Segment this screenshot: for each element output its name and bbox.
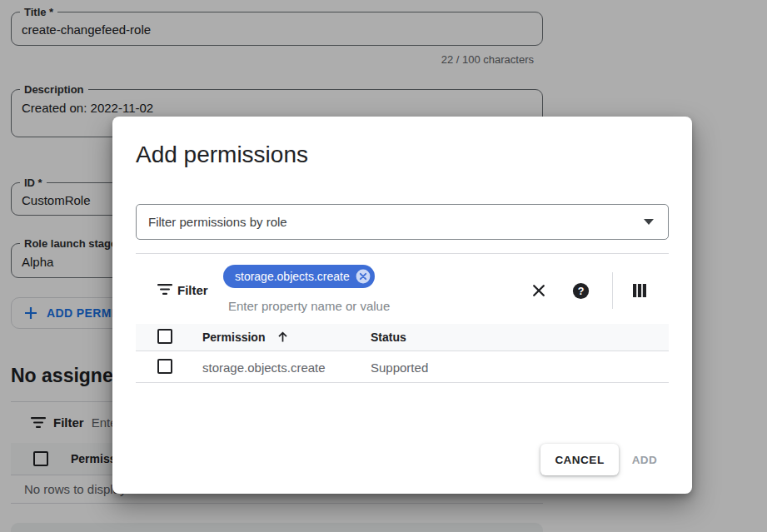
filter-icon [157, 283, 172, 296]
filter-permissions-by-role-select[interactable]: Filter permissions by role [136, 204, 669, 240]
svg-text:?: ? [577, 286, 584, 297]
filter-chip[interactable]: storage.objects.create [223, 265, 375, 288]
chip-remove-icon[interactable] [356, 269, 371, 284]
dialog-table-header: Permission Status [136, 324, 669, 351]
add-button[interactable]: ADD [620, 444, 669, 475]
divider [136, 253, 669, 254]
permission-column-header[interactable]: Permission [202, 331, 265, 344]
dialog-title: Add permissions [136, 142, 308, 168]
chevron-down-icon [644, 219, 654, 225]
add-permissions-dialog: Add permissions Filter permissions by ro… [112, 117, 692, 494]
cancel-button[interactable]: CANCEL [540, 444, 619, 475]
help-icon[interactable]: ? [570, 281, 590, 301]
row-checkbox[interactable] [157, 359, 172, 374]
role-select-placeholder: Filter permissions by role [148, 215, 644, 229]
divider [612, 272, 613, 309]
dialog-filter-label: Filter [177, 283, 208, 297]
filter-chip-label: storage.objects.create [235, 270, 350, 283]
select-all-checkbox[interactable] [157, 329, 172, 344]
status-cell: Supported [371, 360, 428, 375]
dialog-filter-input[interactable]: Enter property name or value [228, 299, 390, 313]
clear-filters-button[interactable] [529, 281, 549, 301]
status-column-header[interactable]: Status [371, 331, 406, 344]
sort-ascending-icon[interactable] [276, 330, 290, 344]
permission-table-row[interactable]: storage.objects.create Supported [136, 351, 669, 383]
column-display-options-icon[interactable] [630, 281, 650, 301]
permission-cell: storage.objects.create [202, 360, 326, 375]
